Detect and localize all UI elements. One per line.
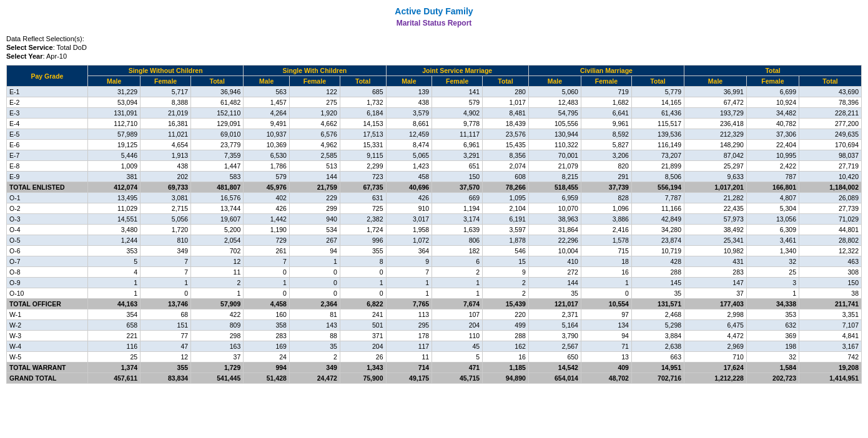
data-cell: 654,014 (528, 373, 581, 384)
data-cell: 1 (191, 288, 244, 299)
data-cell: 2,468 (631, 309, 684, 320)
data-cell: 129,091 (191, 119, 244, 129)
data-cell: 14,542 (528, 363, 581, 373)
pay-grade-cell: TOTAL WARRANT (7, 363, 88, 373)
data-cell: 24 (244, 352, 290, 363)
data-cell: 0 (244, 288, 290, 299)
data-cell: 19,125 (88, 140, 141, 150)
data-cell: 35 (631, 288, 684, 299)
data-cell: 583 (191, 172, 244, 182)
data-cell: 663 (631, 352, 684, 363)
data-cell: 220 (483, 309, 529, 320)
data-cell: 94 (581, 331, 631, 341)
table-row: E-75,4461,9137,3596,5302,5859,1155,0653,… (7, 150, 862, 161)
data-cell: 107 (432, 309, 483, 320)
data-cell: 9,115 (340, 150, 386, 161)
jsm-header: Joint Service Marriage (386, 66, 528, 76)
data-cell: 14,951 (631, 363, 684, 373)
pay-grade-cell: O-1 (7, 193, 88, 203)
data-cell: 280 (483, 87, 529, 97)
data-cell: 355 (141, 363, 191, 373)
data-cell: 69,733 (141, 182, 191, 193)
data-cell: 4,807 (746, 193, 799, 203)
data-cell: 182 (432, 246, 483, 256)
data-cell: 7,674 (432, 299, 483, 309)
data-cell: 23,779 (191, 140, 244, 150)
data-cell: 1,732 (340, 97, 386, 108)
data-cell: 249,635 (799, 129, 862, 140)
data-cell: 57,989 (88, 129, 141, 140)
data-cell: 6,961 (432, 140, 483, 150)
data-cell: 7,765 (386, 299, 432, 309)
data-cell: 267 (289, 235, 340, 246)
data-cell: 1,584 (746, 363, 799, 373)
data-cell: 0 (581, 288, 631, 299)
data-cell: 458 (386, 172, 432, 182)
data-cell: 354 (88, 309, 141, 320)
data-cell: 37,739 (581, 182, 631, 193)
data-cell: 632 (746, 320, 799, 331)
data-cell: 8,481 (483, 108, 529, 119)
data-cell: 6,822 (340, 299, 386, 309)
data-cell: 5,298 (631, 320, 684, 331)
data-cell: 0 (141, 288, 191, 299)
data-cell: 40,696 (386, 182, 432, 193)
data-cell: 8,388 (141, 97, 191, 108)
data-cell: 5,779 (631, 87, 684, 97)
data-cell: 5,056 (141, 214, 191, 225)
data-cell: 16 (483, 352, 529, 363)
data-cell: 541,445 (191, 373, 244, 384)
data-cell: 2,567 (528, 341, 581, 352)
data-cell: 308 (799, 267, 862, 278)
data-cell: 11 (191, 267, 244, 278)
data-cell: 1,414,951 (799, 373, 862, 384)
data-cell: 150 (799, 278, 862, 288)
table-row: W-41164716316935204117451622,567712,6382… (7, 341, 862, 352)
pay-grade-cell: TOTAL OFFICER (7, 299, 88, 309)
data-cell: 1,457 (244, 97, 290, 108)
data-cell: 38,492 (684, 225, 747, 235)
meta-line2: Select Service: Total DoD (6, 44, 862, 51)
paygrade-header: Pay Grade (7, 66, 88, 87)
data-cell: 22,404 (746, 140, 799, 150)
data-cell: 1,920 (289, 108, 340, 119)
data-cell: 4,841 (799, 331, 862, 341)
data-cell: 145 (631, 278, 684, 288)
data-cell: 2,638 (631, 341, 684, 352)
data-cell: 70,001 (528, 150, 581, 161)
data-cell: 12 (141, 352, 191, 363)
data-cell: 3,017 (386, 214, 432, 225)
data-cell: 9 (386, 256, 432, 267)
data-cell: 1,340 (746, 246, 799, 256)
data-cell: 25,297 (684, 161, 747, 172)
data-cell: 1 (581, 278, 631, 288)
data-cell: 212,329 (684, 129, 747, 140)
data-cell: 8,474 (386, 140, 432, 150)
data-cell: 5,065 (386, 150, 432, 161)
data-cell: 1,786 (244, 161, 290, 172)
data-cell: 579 (244, 172, 290, 182)
data-cell: 608 (483, 172, 529, 182)
data-cell: 412,074 (88, 182, 141, 193)
data-cell: 272 (528, 267, 581, 278)
data-cell: 6,530 (244, 150, 290, 161)
data-cell: 12 (191, 256, 244, 267)
data-cell: 131,571 (631, 299, 684, 309)
data-cell: 2,054 (191, 235, 244, 246)
data-cell: 178 (386, 331, 432, 341)
data-cell: 16,381 (141, 119, 191, 129)
marital-status-table: Pay Grade Single Without Children Single… (6, 65, 862, 384)
data-cell: 87,042 (684, 150, 747, 161)
data-cell: 438 (141, 161, 191, 172)
data-cell: 141 (432, 87, 483, 97)
data-cell: 152,110 (191, 108, 244, 119)
table-row: O-7571271896154101842843132463 (7, 256, 862, 267)
data-cell: 1,184,002 (799, 182, 862, 193)
data-cell: 349 (141, 246, 191, 256)
data-cell: 2,969 (684, 341, 747, 352)
data-cell: 148,290 (684, 140, 747, 150)
data-cell: 2 (191, 278, 244, 288)
data-cell: 35 (528, 288, 581, 299)
data-cell: 725 (340, 203, 386, 214)
data-cell: 25,341 (684, 235, 747, 246)
